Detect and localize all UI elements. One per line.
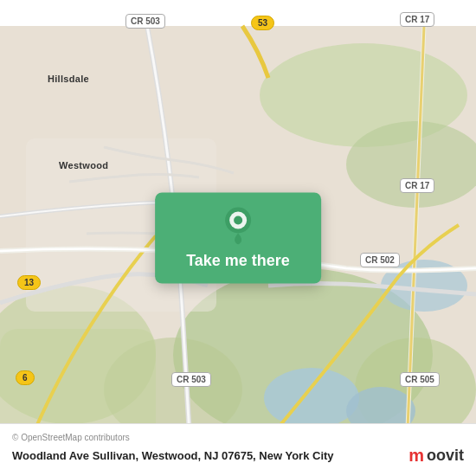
address-text: Woodland Ave Sullivan, Westwood, NJ 0767… [12,449,400,462]
moovit-m-letter: m [408,446,424,466]
route53-label: 53 [251,16,274,30]
cr17-top-label: CR 17 [400,12,434,27]
cr505-label: CR 505 [400,372,440,387]
map-container: Hillsdale Westwood CR 503 CR 503 CR 503 … [0,0,476,476]
moovit-name: oovit [427,447,464,465]
address-row: Woodland Ave Sullivan, Westwood, NJ 0767… [12,446,464,466]
svg-point-8 [264,368,359,428]
cr17-mid-label: CR 17 [400,178,434,193]
route13-label: 13 [17,275,41,290]
bottom-bar: © OpenStreetMap contributors Woodland Av… [0,423,476,476]
cta-label: Take me there [186,252,290,270]
cta-overlay: Take me there [155,193,321,284]
moovit-logo: m oovit [408,446,464,466]
location-pin-icon [222,207,254,245]
svg-point-16 [234,216,242,225]
map-attribution: © OpenStreetMap contributors [12,433,464,442]
cr503-top-label: CR 503 [125,14,165,29]
cr502-label: CR 502 [360,253,400,267]
cr503-bot-label: CR 503 [171,372,211,387]
route6-label: 6 [16,370,35,385]
hillsdale-label: Hillsdale [48,74,89,84]
westwood-label: Westwood [59,160,108,170]
take-me-there-button[interactable]: Take me there [155,193,321,284]
